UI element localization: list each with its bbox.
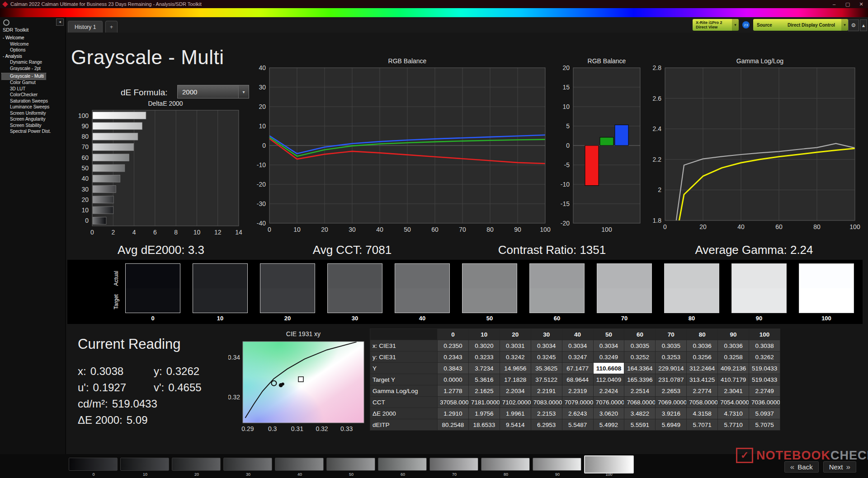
table-cell[interactable]: 2.3041 — [718, 385, 749, 397]
table-cell[interactable]: 1.9756 — [468, 408, 500, 419]
table-cell[interactable]: 9.5414 — [500, 419, 531, 431]
table-cell[interactable]: 519.0433 — [749, 363, 780, 374]
sidebar-item-screen-uniformity[interactable]: Screen Uniformity — [2, 110, 66, 117]
table-cell[interactable]: 7079.0000 — [562, 397, 593, 408]
table-cell[interactable]: 3.9216 — [656, 408, 687, 419]
table-cell[interactable]: 165.3396 — [624, 374, 656, 385]
level-swatch[interactable] — [584, 455, 634, 473]
table-cell[interactable]: 7068.0000 — [624, 397, 656, 408]
settings-button[interactable]: ⚙ — [848, 19, 859, 31]
table-cell[interactable]: 0.3242 — [500, 351, 531, 363]
table-cell[interactable]: 2.1625 — [468, 385, 500, 397]
table-cell[interactable]: 1.2910 — [438, 408, 469, 419]
sidebar-item-options[interactable]: Options — [2, 47, 66, 53]
table-cell[interactable]: 4.3158 — [687, 408, 718, 419]
sidebar-item-grayscale-multi[interactable]: Grayscale - Multi — [2, 73, 46, 80]
table-cell[interactable]: 519.0433 — [749, 374, 780, 385]
table-cell[interactable]: 18.6533 — [468, 419, 500, 431]
table-cell[interactable]: 0.3258 — [718, 351, 749, 363]
table-cell[interactable]: 2.6243 — [562, 408, 593, 419]
table-cell[interactable]: 1.9961 — [500, 408, 531, 419]
level-swatch[interactable] — [378, 458, 427, 471]
sidebar-item-analysis[interactable]: Analysis — [2, 53, 66, 60]
table-cell[interactable]: 312.2464 — [687, 363, 718, 374]
level-button-0[interactable]: 0 — [69, 456, 118, 477]
table-cell[interactable]: 0.3038 — [749, 340, 780, 351]
table-cell[interactable]: 2.2514 — [624, 385, 656, 397]
table-cell[interactable]: 0.3035 — [656, 340, 687, 351]
sidebar-item-screen-stability[interactable]: Screen Stability — [2, 122, 66, 129]
sidebar-item-luminance-sweeps[interactable]: Luminance Sweeps — [2, 104, 66, 110]
table-cell[interactable]: 229.9014 — [656, 363, 687, 374]
table-cell[interactable]: 7102.0000 — [500, 397, 531, 408]
level-button-50[interactable]: 50 — [326, 456, 376, 477]
back-button[interactable]: « Back — [784, 461, 819, 473]
table-cell[interactable]: 2.2191 — [531, 385, 562, 397]
table-cell[interactable]: 0.2343 — [438, 351, 469, 363]
table-cell[interactable]: 3.0620 — [593, 408, 624, 419]
table-cell[interactable]: 35.3625 — [531, 363, 562, 374]
table-cell[interactable]: 0.3249 — [593, 351, 624, 363]
table-cell[interactable]: 2.2424 — [593, 385, 624, 397]
sidebar-item-screen-angularity[interactable]: Screen Angularity — [2, 116, 66, 122]
table-cell[interactable]: 0.3247 — [562, 351, 593, 363]
table-cell[interactable]: 0.3031 — [500, 340, 531, 351]
table-cell[interactable]: 6.2953 — [531, 419, 562, 431]
level-button-30[interactable]: 30 — [223, 456, 273, 477]
level-swatch[interactable] — [275, 458, 324, 471]
meter-selector[interactable]: X-Rite i1Pro 2 Direct View ▾ — [693, 19, 739, 31]
table-cell[interactable]: 80.2548 — [438, 419, 469, 431]
table-cell[interactable]: 5.5591 — [624, 419, 656, 431]
tab-history-1[interactable]: History 1 — [68, 21, 103, 33]
maximize-button[interactable]: ▢ — [841, 0, 854, 8]
sidebar-collapse-button[interactable]: ◂ — [56, 19, 64, 26]
table-cell[interactable]: 5.5487 — [562, 419, 593, 431]
table-cell[interactable]: 0.3034 — [531, 340, 562, 351]
level-button-20[interactable]: 20 — [172, 456, 222, 477]
table-cell[interactable]: 2.2774 — [687, 385, 718, 397]
table-cell[interactable]: 5.6949 — [656, 419, 687, 431]
level-button-100[interactable]: 100 — [584, 456, 634, 477]
table-cell[interactable]: 0.3036 — [687, 340, 718, 351]
table-cell[interactable]: 5.7075 — [749, 419, 780, 431]
table-cell[interactable]: 5.4992 — [593, 419, 624, 431]
table-cell[interactable]: 0.2350 — [438, 340, 469, 351]
table-cell[interactable]: 0.3843 — [438, 363, 469, 374]
table-cell[interactable]: 14.9656 — [500, 363, 531, 374]
table-cell[interactable]: 0.3262 — [749, 351, 780, 363]
table-cell[interactable]: 313.4125 — [687, 374, 718, 385]
level-swatch[interactable] — [326, 458, 375, 471]
table-cell[interactable]: 5.3616 — [468, 374, 500, 385]
sidebar-item-spectral-power-dist[interactable]: Spectral Power Dist. — [2, 128, 66, 135]
table-cell[interactable]: 37058.0000 — [438, 397, 469, 408]
sidebar-item-3d-lut[interactable]: 3D LUT — [2, 86, 66, 92]
sidebar-item-colorchecker[interactable]: ColorChecker — [2, 92, 66, 98]
table-cell[interactable]: 5.7710 — [718, 419, 749, 431]
level-swatch[interactable] — [481, 458, 530, 471]
sidebar-item-saturation-sweeps[interactable]: Saturation Sweeps — [2, 98, 66, 104]
table-cell[interactable]: 37.5122 — [531, 374, 562, 385]
table-cell[interactable]: 0.3253 — [656, 351, 687, 363]
table-cell[interactable]: 7054.0000 — [718, 397, 749, 408]
level-swatch[interactable] — [172, 458, 221, 471]
minimize-button[interactable]: – — [827, 0, 841, 8]
table-cell[interactable]: 2.2153 — [531, 408, 562, 419]
display-control-selector[interactable]: Direct Display Control ▾ — [784, 19, 848, 31]
sidebar-item-dynamic-range[interactable]: Dynamic Range — [2, 59, 66, 66]
table-cell[interactable]: 0.3233 — [468, 351, 500, 363]
sidebar-item-grayscale-2pt[interactable]: Grayscale - 2pt — [2, 66, 66, 72]
next-button[interactable]: Next » — [823, 461, 856, 473]
sidebar-item-welcome[interactable]: Welcome — [2, 41, 66, 47]
record-icon[interactable] — [3, 19, 9, 26]
table-cell[interactable]: 7076.0000 — [593, 397, 624, 408]
table-cell[interactable]: 7069.0000 — [656, 397, 687, 408]
table-cell[interactable]: 4.7310 — [718, 408, 749, 419]
table-cell[interactable]: 0.3020 — [468, 340, 500, 351]
sidebar-item-welcome[interactable]: Welcome — [2, 35, 66, 41]
close-button[interactable]: ✕ — [854, 0, 868, 8]
collapse-panel-button[interactable]: ▴ — [860, 19, 867, 31]
table-cell[interactable]: 2.2034 — [500, 385, 531, 397]
table-cell[interactable]: 0.3256 — [687, 351, 718, 363]
table-cell[interactable]: 7036.0000 — [749, 397, 780, 408]
table-cell[interactable]: 0.0000 — [438, 374, 469, 385]
